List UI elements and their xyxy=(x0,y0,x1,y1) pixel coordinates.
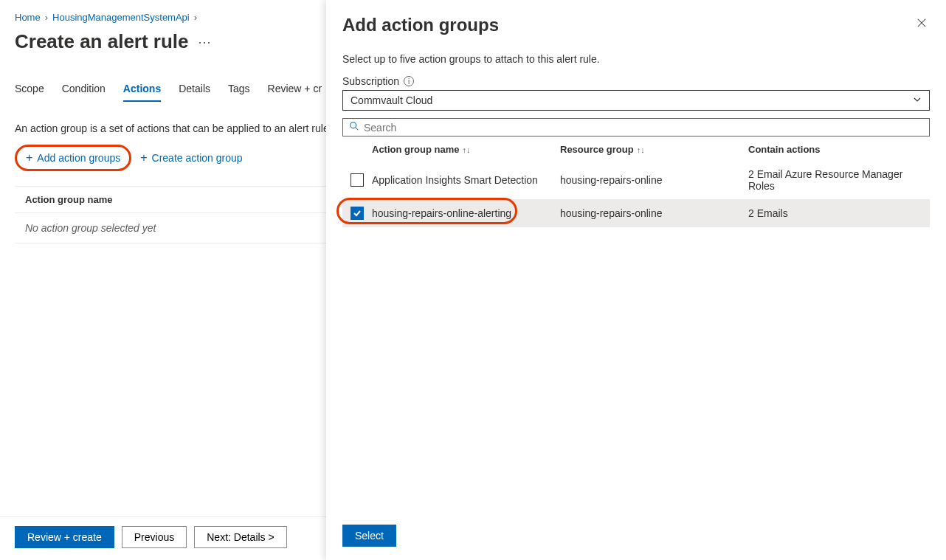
page-title: Create an alert rule xyxy=(15,30,189,53)
breadcrumb-home[interactable]: Home xyxy=(15,12,41,23)
previous-button[interactable]: Previous xyxy=(122,526,187,548)
row-checkbox[interactable] xyxy=(351,173,364,187)
tab-review[interactable]: Review + cr xyxy=(268,83,322,102)
create-action-group-button[interactable]: + Create action group xyxy=(140,151,242,165)
action-group-name-cell: housing-repairs-online-alerting xyxy=(372,207,560,219)
chevron-right-icon: › xyxy=(45,12,48,23)
resource-group-cell: housing-repairs-online xyxy=(560,174,748,186)
panel-title: Add action groups xyxy=(342,15,499,35)
info-icon[interactable]: i xyxy=(404,76,414,86)
add-action-groups-button[interactable]: + Add action groups xyxy=(15,145,131,171)
subscription-label: Subscription i xyxy=(342,75,930,87)
resource-group-cell: housing-repairs-online xyxy=(560,207,748,219)
chevron-right-icon: › xyxy=(194,12,197,23)
search-input[interactable] xyxy=(364,122,923,134)
sort-icon: ↑↓ xyxy=(637,145,645,154)
table-row[interactable]: Application Insights Smart Detection hou… xyxy=(342,161,930,199)
review-create-button[interactable]: Review + create xyxy=(15,526,114,548)
sort-icon: ↑↓ xyxy=(462,145,470,154)
close-icon[interactable] xyxy=(914,15,930,34)
tab-scope[interactable]: Scope xyxy=(15,83,44,102)
search-icon xyxy=(349,121,359,134)
contain-actions-cell: 2 Emails xyxy=(748,207,930,219)
search-box[interactable] xyxy=(342,118,930,136)
contain-actions-cell: 2 Email Azure Resource Manager Roles xyxy=(748,168,930,192)
more-icon[interactable]: ⋯ xyxy=(198,34,211,50)
row-checkbox[interactable] xyxy=(351,207,364,220)
plus-icon: + xyxy=(140,151,147,165)
subscription-dropdown[interactable]: Commvault Cloud xyxy=(342,90,930,111)
tab-details[interactable]: Details xyxy=(179,83,210,102)
tab-tags[interactable]: Tags xyxy=(228,83,250,102)
tab-condition[interactable]: Condition xyxy=(62,83,106,102)
table-row[interactable]: housing-repairs-online-alerting housing-… xyxy=(342,199,930,227)
tab-actions[interactable]: Actions xyxy=(123,83,161,102)
svg-point-0 xyxy=(351,122,356,128)
plus-icon: + xyxy=(26,151,32,165)
column-contain-actions[interactable]: Contain actions xyxy=(748,144,930,155)
breadcrumb-app[interactable]: HousingManagementSystemApi xyxy=(52,12,190,23)
column-resource-group[interactable]: Resource group↑↓ xyxy=(560,144,748,155)
select-button[interactable]: Select xyxy=(342,525,396,547)
panel-subtitle: Select up to five action groups to attac… xyxy=(342,53,930,65)
chevron-down-icon xyxy=(913,95,922,106)
next-details-button[interactable]: Next: Details > xyxy=(194,526,286,548)
action-group-name-cell: Application Insights Smart Detection xyxy=(372,174,560,186)
column-action-group-name[interactable]: Action group name↑↓ xyxy=(372,144,560,155)
add-action-groups-panel: Add action groups Select up to five acti… xyxy=(326,0,946,560)
